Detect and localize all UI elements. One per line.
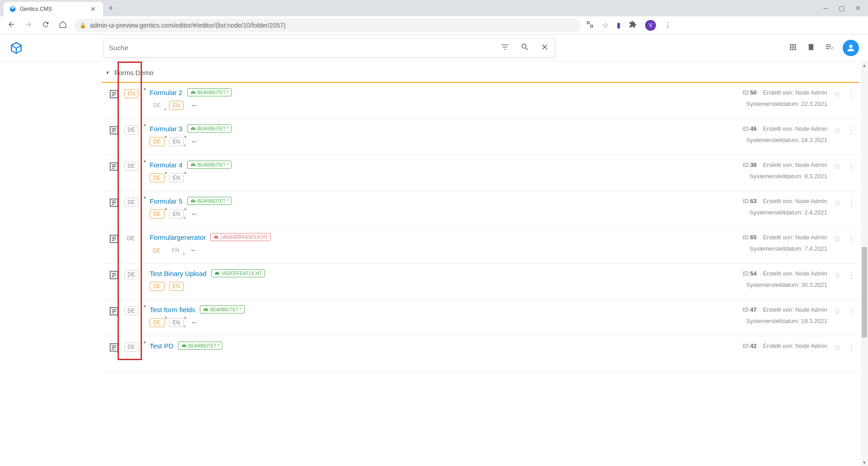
item-date: Systemerstelldatum: 7.4.2021 bbox=[750, 245, 827, 252]
scroll-up-icon[interactable]: ▲ bbox=[861, 62, 868, 69]
status-badge: BEARBEITET * bbox=[200, 305, 245, 314]
lang-chip[interactable]: DE* bbox=[150, 209, 165, 219]
lang-chip[interactable]: DE* bbox=[150, 173, 165, 182]
home-button[interactable] bbox=[57, 19, 69, 32]
item-menu-icon[interactable]: ⋮ bbox=[847, 306, 855, 316]
lang-chip[interactable]: DE bbox=[150, 282, 165, 291]
lang-chip[interactable]: DE* bbox=[150, 318, 165, 327]
lang-chip[interactable]: EN bbox=[169, 282, 184, 291]
item-menu-icon[interactable]: ⋮ bbox=[847, 198, 855, 208]
address-bar[interactable]: 🔒 admin-ui-preview.gentics.com/editor/#/… bbox=[74, 19, 580, 32]
form-icon bbox=[109, 234, 119, 244]
reload-button[interactable] bbox=[40, 19, 52, 32]
scrollbar-thumb[interactable] bbox=[862, 247, 867, 338]
forward-button[interactable] bbox=[23, 19, 34, 32]
lang-chip[interactable]: EN+ bbox=[168, 246, 183, 255]
item-menu-icon[interactable]: ⋮ bbox=[847, 234, 855, 244]
translate-icon[interactable] bbox=[586, 20, 594, 30]
collapse-arrow-icon[interactable]: ← bbox=[191, 101, 198, 109]
search-icon[interactable] bbox=[520, 43, 529, 53]
list-item[interactable]: DE Formulargenerator UNVERÖFFENTLICHT DE… bbox=[102, 228, 859, 264]
item-title[interactable]: Test PD bbox=[150, 342, 174, 350]
lang-chip[interactable]: DE bbox=[150, 246, 164, 255]
maximize-icon[interactable]: ▢ bbox=[839, 5, 844, 12]
item-title[interactable]: Test Binary Upload bbox=[150, 270, 207, 277]
profile-avatar[interactable]: V bbox=[645, 20, 656, 31]
minimize-icon[interactable]: ─ bbox=[823, 5, 828, 12]
favorite-star-icon[interactable]: ☆ bbox=[834, 162, 841, 171]
checklist-icon[interactable] bbox=[825, 43, 834, 53]
favorite-star-icon[interactable]: ☆ bbox=[834, 125, 841, 135]
favorite-star-icon[interactable]: ☆ bbox=[834, 198, 841, 208]
item-menu-icon[interactable]: ⋮ bbox=[847, 270, 855, 280]
user-avatar[interactable] bbox=[843, 40, 859, 56]
item-menu-icon[interactable]: ⋮ bbox=[847, 89, 855, 99]
search-input[interactable] bbox=[109, 44, 500, 52]
item-menu-icon[interactable]: ⋮ bbox=[847, 342, 855, 352]
scroll-down-icon[interactable]: ▼ bbox=[861, 459, 868, 466]
list-item[interactable]: DE Test Binary Upload VERÖFFENTLICHT DEE… bbox=[102, 264, 859, 300]
main-lang-chip[interactable]: DE bbox=[124, 270, 142, 294]
list-item[interactable]: DE * Formular 3 BEARBEITET * DE*EN*+← ID… bbox=[102, 119, 859, 155]
collapse-arrow-icon[interactable]: ← bbox=[191, 210, 198, 218]
lang-chip[interactable]: EN*+ bbox=[169, 318, 184, 327]
item-title[interactable]: Formular 2 bbox=[150, 89, 183, 96]
favorite-star-icon[interactable]: ☆ bbox=[834, 342, 841, 352]
list-item[interactable]: DE * Formular 5 BEARBEITET * DE*EN*+← ID… bbox=[102, 191, 859, 228]
main-lang-chip[interactable]: DE bbox=[124, 234, 142, 258]
form-icon bbox=[109, 125, 119, 135]
favorite-star-icon[interactable]: ☆ bbox=[834, 270, 841, 280]
main-lang-chip[interactable]: DE * bbox=[124, 198, 142, 222]
main-lang-chip[interactable]: DE * bbox=[124, 342, 142, 366]
search-box[interactable] bbox=[103, 38, 555, 57]
item-id: ID:54 bbox=[743, 270, 757, 277]
list-item[interactable]: DE * Test PD BEARBEITET * ID:42 Erstellt… bbox=[102, 336, 859, 372]
apps-grid-icon[interactable] bbox=[788, 43, 797, 53]
item-id: ID:38 bbox=[743, 162, 757, 168]
lang-chip[interactable]: DE+ bbox=[150, 101, 165, 110]
list-container: EN * Formular 2 BEARBEITET * DE+EN← ID:5… bbox=[102, 82, 859, 372]
trash-icon[interactable] bbox=[807, 43, 816, 53]
favorite-star-icon[interactable]: ☆ bbox=[834, 89, 841, 99]
item-title[interactable]: Test form fields bbox=[150, 306, 195, 314]
main-lang-chip[interactable]: DE * bbox=[124, 306, 142, 330]
lock-icon: 🔒 bbox=[80, 22, 86, 29]
lang-chip[interactable]: DE* bbox=[150, 137, 165, 146]
collapse-arrow-icon[interactable]: ← bbox=[191, 319, 198, 327]
new-tab-button[interactable]: + bbox=[108, 4, 113, 13]
lang-chip[interactable]: EN bbox=[169, 101, 184, 110]
main-lang-chip[interactable]: DE * bbox=[124, 162, 142, 185]
tab-close-icon[interactable]: ✕ bbox=[89, 5, 98, 13]
list-item[interactable]: EN * Formular 2 BEARBEITET * DE+EN← ID:5… bbox=[102, 83, 859, 119]
filter-icon[interactable] bbox=[500, 43, 509, 53]
chrome-menu-icon[interactable]: ⋮ bbox=[664, 21, 671, 29]
item-menu-icon[interactable]: ⋮ bbox=[847, 162, 855, 171]
lang-chip[interactable]: EN* bbox=[169, 173, 184, 182]
main-lang-chip[interactable]: DE * bbox=[124, 125, 142, 149]
item-title[interactable]: Formular 4 bbox=[150, 161, 183, 169]
extension-icon-1[interactable]: ▮ bbox=[617, 21, 621, 29]
close-window-icon[interactable]: ✕ bbox=[855, 5, 861, 12]
item-title[interactable]: Formular 5 bbox=[150, 197, 183, 205]
item-menu-icon[interactable]: ⋮ bbox=[847, 125, 855, 135]
lang-chip[interactable]: EN*+ bbox=[169, 137, 184, 146]
back-button[interactable] bbox=[5, 19, 17, 32]
app-logo[interactable] bbox=[9, 41, 24, 55]
main-lang-chip[interactable]: EN * bbox=[124, 89, 142, 113]
collapse-arrow-icon[interactable]: ← bbox=[190, 246, 197, 254]
list-item[interactable]: DE * Test form fields BEARBEITET * DE*EN… bbox=[102, 300, 859, 336]
lang-chip[interactable]: EN*+ bbox=[169, 209, 184, 219]
item-title[interactable]: Formulargenerator bbox=[150, 233, 206, 241]
breadcrumb[interactable]: ▼ Forms Demo bbox=[102, 62, 859, 82]
item-date: Systemerstelldatum: 30.3.2021 bbox=[746, 281, 827, 288]
extensions-icon[interactable] bbox=[629, 20, 637, 30]
scrollbar-track[interactable]: ▲ ▼ bbox=[861, 62, 868, 466]
browser-tab[interactable]: Gentics CMS ✕ bbox=[4, 2, 103, 16]
bookmark-star-icon[interactable]: ☆ bbox=[602, 21, 609, 29]
collapse-arrow-icon[interactable]: ← bbox=[191, 138, 198, 146]
favorite-star-icon[interactable]: ☆ bbox=[834, 234, 841, 244]
favorite-star-icon[interactable]: ☆ bbox=[834, 306, 841, 316]
list-item[interactable]: DE * Formular 4 BEARBEITET * DE*EN* ID:3… bbox=[102, 155, 859, 191]
clear-search-icon[interactable] bbox=[540, 43, 549, 53]
item-title[interactable]: Formular 3 bbox=[150, 125, 183, 133]
